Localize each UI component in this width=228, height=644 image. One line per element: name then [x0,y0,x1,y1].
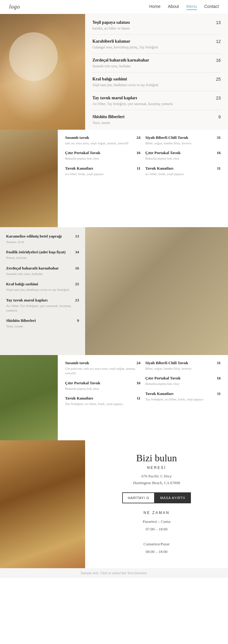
section3-image [85,227,228,355]
menu-item-name: Karabiberli kalamar [92,39,214,44]
findus-address: 676 Pacific C Hwy Huntington Beach, CA 6… [94,473,219,486]
menu-item-price: 9 [214,114,221,119]
s3-item-name: Pasifik istiridyeleri (adet başı fiyat) [6,250,66,255]
menu-item-desc: Yuzu, susam [92,120,214,125]
col-item-desc: acı biber, fıstık, yeşil papaya [65,172,140,176]
s3-item-price: 9 [77,318,79,323]
map-button[interactable]: HARİTAYI G [122,492,155,503]
s3-menu-item: Karamelize edilmiş betel yaprağı 13 Anan… [6,234,79,244]
menu-item-price: 16 [214,58,221,63]
menu-item-name: Kral balığı sashimi [92,77,214,82]
menu-col-item: Susamlı tavuk 24 tatlı acı soya sosu, ye… [65,135,140,146]
reserve-button[interactable]: MASA AYIRTII [155,492,191,503]
menu-item-desc: Yeşil nam jim, hindistan cevizi ve tay f… [92,83,214,87]
findus-buttons: HARİTAYI G MASA AYIRTII [94,492,219,503]
col4-item-desc: Tay fesleğeni, acı biber, fıstık, yeşil … [65,402,140,406]
col-item-price: 16 [217,150,221,155]
s3-item-desc: Acı biber, Tay fesleğeni, çıtır sarımsak… [6,304,79,313]
s3-item-desc: Ananas, Acılı [6,240,79,244]
s3-item-desc: Yuzu, susam [6,324,79,329]
s3-item-desc: Susamlı tofu sosu, furikake [6,272,79,276]
menu4-col-item-header: Siyah Biberli Chili Tavuk 31 [145,361,221,365]
nav-menu[interactable]: Menu [186,4,197,10]
hero-image [0,14,85,130]
menu-left: Karamelize edilmiş betel yaprağı 13 Anan… [0,227,85,355]
s3-item-name: Shishito Biberleri [6,318,36,323]
menu4-col-item-header: Çıtır Portakal Tavuk 16 [65,381,140,385]
s3-item-desc: Ponzu, sriracha [6,255,79,260]
menu4-col-item: Siyah Biberli Chili Tavuk 31 Biber, soğa… [145,361,221,371]
menu-col-item-header: Çıtır Portakal Tavuk 16 [145,150,221,155]
hours-weekend-label: Cumartesi/Pazar [94,540,219,548]
section-hero: Yeşil papaya salatası karides, acı biber… [0,14,228,130]
menu-item-left: Shishito Biberleri Yuzu, susam [92,114,214,125]
menu-col-left: Susamlı tavuk 24 tatlı acı soya sosu, ye… [63,135,143,222]
s3-item-price: 23 [75,298,79,303]
col-item-name: Tavuk Kanatları [145,166,173,171]
nav-contact[interactable]: Contact [204,4,219,10]
col-item-name: Susamlı tavuk [65,135,89,140]
menu-item-desc: Susamlı tofu sosu, furikake [92,64,214,69]
findus-title: Bizi bulun [94,452,219,464]
menu-col-item-header: Susamlı tavuk 24 [65,135,140,140]
menu-col-item: Tavuk Kanatları 11 acı biber, fıstık, ye… [145,166,221,176]
col-item-desc: acı biber, fıstık, yeşil papaya [145,172,221,176]
s3-item-header: Pasifik istiridyeleri (adet başı fiyat) … [6,250,79,255]
col-item-desc: Buharda pişmiş bok choy [145,156,221,161]
col-item-desc: Buharda pişmiş bok choy [65,156,140,161]
menu-col-item-header: Tavuk Kanatları 11 [65,166,140,171]
col4-item-price: 24 [136,361,140,365]
s3-menu-item: Shishito Biberleri 9 Yuzu, susam [6,318,79,329]
menu-item-name: Yeşil papaya salatası [92,20,214,25]
bottom-note: Sample text. Click to select the Text El… [0,568,228,578]
findus-hours: Pazartesi – Cuma 07:00 – 18:00 Cumartesi… [94,518,219,555]
col4-item-desc: Biber, soğan, bambu filizi, kereviz [145,366,221,371]
menu4-col-item: Susamlı tavuk 24 Çin patlıcanı, tatlı ac… [65,361,140,376]
col-item-name: Siyah Biberli Chili Tavuk [145,135,188,140]
col-item-name: Çıtır Portakal Tavuk [145,150,181,155]
section-three: Karamelize edilmiş betel yaprağı 13 Anan… [0,227,228,355]
col4-item-name: Susamlı tavuk [65,361,89,365]
s3-item-price: 25 [75,282,79,287]
menu4-col-item: Çıtır Portakal Tavuk 16 Buharda pişmiş b… [145,376,221,386]
col-item-name: Tavuk Kanatları [65,166,93,171]
section-two: Susamlı tavuk 24 tatlı acı soya sosu, ye… [0,130,228,227]
s3-item-header: Kral balığı sashimi 25 [6,282,79,287]
s3-menu-item: Kral balığı sashimi 25 Yeşil nam jim, hi… [6,282,79,292]
menu-item-left: Karabiberli kalamar Galangal sosu, kavru… [92,39,214,50]
findus-where-label: NERESİ [94,466,219,470]
col4-item-desc: Buharda pişmiş bok choy [65,386,140,391]
col4-item-name: Siyah Biberli Chili Tavuk [145,361,188,365]
s3-item-header: Zerdeçal baharatlı karnabahar 16 [6,266,79,271]
col4-item-name: Çıtır Portakal Tavuk [145,376,181,381]
s3-item-price: 16 [75,266,79,271]
col4-item-price: 11 [137,396,140,401]
menu-item-left: Tay tavuk marul kapları Acı biber, Tay f… [92,96,214,106]
col4-item-desc: Tay fesleğeni, acı biber, fıstık, yeşil … [145,397,221,402]
menu4-col-item-header: Tavuk Kanatları 11 [65,396,140,401]
menu-four-col: Susamlı tavuk 24 Çin patlıcanı, tatlı ac… [58,355,228,440]
nav-about[interactable]: About [168,4,179,10]
menu4-col-item: Tavuk Kanatları 11 Tay fesleğeni, acı bi… [65,396,140,406]
col-item-desc: tatlı acı soya sosu, yeşil soğan, ananas… [65,141,140,146]
menu-item: Shishito Biberleri Yuzu, susam 9 [92,114,221,129]
menu-item: Zerdeçal baharatlı karnabahar Susamlı to… [92,58,221,72]
menu-col-right: Siyah Biberli Chili Tavuk 31 Biber, soğa… [143,135,223,222]
menu4-col-item-header: Çıtır Portakal Tavuk 16 [145,376,221,381]
col-item-price: 24 [136,135,140,140]
menu-panel-1: Yeşil papaya salatası karides, acı biber… [85,14,228,130]
nav-home[interactable]: Home [149,4,161,10]
col-item-price: 31 [217,135,221,140]
menu-item-price: 13 [214,20,221,25]
menu-item-price: 23 [214,96,221,100]
s3-item-desc: Yeşil nam jim, hindistan cevizi ve tay f… [6,287,79,292]
col-item-price: 16 [136,150,140,155]
s3-menu-item: Zerdeçal baharatlı karnabahar 16 Susamlı… [6,266,79,276]
menu-col-item-header: Tavuk Kanatları 11 [145,166,221,171]
menu-item-desc: Galangal sosu, kavrulmuş pirinç, Tay fes… [92,45,214,50]
s3-item-header: Shishito Biberleri 9 [6,318,79,323]
s3-menu-item: Tay tavuk marul kapları 23 Acı biber, Ta… [6,298,79,313]
findus-when-label: NE ZAMAN [94,511,219,515]
col-item-name: Çıtır Portakal Tavuk [65,150,100,155]
hours-weekday-time: 07:00 – 18:00 [94,526,219,533]
